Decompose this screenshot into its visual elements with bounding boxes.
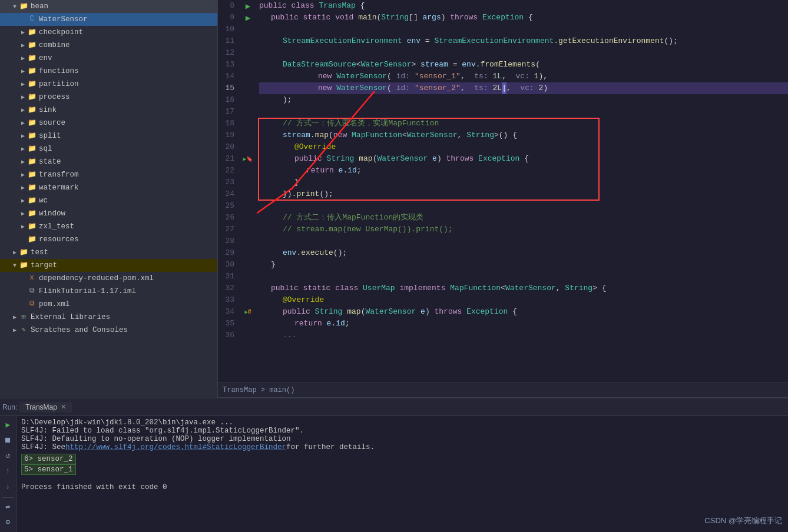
console-tab-transmap[interactable]: TransMap ✕ bbox=[19, 402, 72, 413]
tree-arrow-split: ▶ bbox=[19, 132, 27, 139]
gutter-17 bbox=[239, 106, 257, 118]
console-line-6: 5> sensor_1 bbox=[21, 464, 783, 475]
ln-8: 8 bbox=[218, 0, 234, 12]
output-sensor1: 5> sensor_1 bbox=[21, 464, 76, 475]
tree-arrow-scratches: ▶ bbox=[11, 327, 19, 334]
sidebar-label-sql: sql bbox=[39, 145, 52, 153]
console-btn-scroll-up[interactable]: ↑ bbox=[2, 464, 15, 477]
code-line-32: public static class UserMap implements M… bbox=[259, 282, 788, 294]
console-btn-wrap[interactable]: ⇌ bbox=[2, 500, 15, 513]
console-btn-settings[interactable]: ⚙ bbox=[2, 516, 15, 528]
folder-icon-functions: 📁 bbox=[27, 66, 37, 76]
sidebar-item-combine[interactable]: ▶ 📁 combine bbox=[0, 39, 217, 52]
sidebar-item-process[interactable]: ▶ 📁 process bbox=[0, 91, 217, 104]
sidebar-item-sql[interactable]: ▶ 📁 sql bbox=[0, 142, 217, 155]
code-line-33: @Override bbox=[259, 294, 788, 306]
tree-arrow-bean: ▼ bbox=[11, 4, 19, 10]
code-line-29: env.execute(); bbox=[259, 247, 788, 259]
sidebar-item-state[interactable]: ▶ 📁 state bbox=[0, 155, 217, 168]
line-num-gutter: 8 9 10 11 12 13 14 15 16 17 18 19 20 21 … bbox=[218, 0, 257, 383]
sidebar-item-env[interactable]: ▶ 📁 env bbox=[0, 52, 217, 65]
console-btn-scroll-down[interactable]: ↓ bbox=[2, 480, 15, 493]
console-tab-bar: Run: TransMap ✕ bbox=[0, 398, 788, 416]
ln-29: 29 bbox=[218, 247, 234, 259]
folder-icon-test: 📁 bbox=[19, 248, 28, 257]
sidebar-item-wc[interactable]: ▶ 📁 wc bbox=[0, 194, 217, 207]
tree-arrow-process: ▶ bbox=[19, 94, 27, 101]
sidebar-label-combine: combine bbox=[39, 41, 70, 49]
folder-icon-window: 📁 bbox=[27, 209, 37, 218]
sidebar-item-bean[interactable]: ▼ 📁 bean bbox=[0, 0, 217, 13]
console-line-7 bbox=[21, 475, 783, 483]
sidebar-item-test[interactable]: ▶ 📁 test bbox=[0, 246, 217, 259]
code-line-9: public static void main(String[] args) t… bbox=[259, 12, 788, 24]
sidebar-item-dep-pom[interactable]: x dependency-reduced-pom.xml bbox=[0, 272, 217, 285]
sidebar-item-target[interactable]: ▼ 📁 target bbox=[0, 259, 217, 272]
sidebar-item-checkpoint[interactable]: ▶ 📁 checkpoint bbox=[0, 26, 217, 39]
code-line-34: public String map(WaterSensor e) throws … bbox=[259, 306, 788, 318]
tree-arrow-partition: ▶ bbox=[19, 81, 27, 88]
sidebar-label-split: split bbox=[39, 132, 61, 140]
console-btn-rerun[interactable]: ↺ bbox=[2, 449, 15, 462]
console-tab-close[interactable]: ✕ bbox=[61, 403, 66, 411]
console-run-label: Run: bbox=[2, 403, 17, 411]
code-line-22: return e.id; bbox=[259, 165, 788, 177]
sidebar-item-transfrom[interactable]: ▶ 📁 transfrom bbox=[0, 168, 217, 181]
folder-icon-partition: 📁 bbox=[27, 79, 37, 89]
console-line-3: SLF4J: Defaulting to no-operation (NOP) … bbox=[21, 435, 783, 443]
console-panel: Run: TransMap ✕ ▶ ⏹ ↺ ↑ ↓ ⇌ ⚙ D:\Develop… bbox=[0, 398, 788, 532]
code-line-13: DataStreamSource<WaterSensor> stream = e… bbox=[259, 59, 788, 71]
sidebar-item-sink[interactable]: ▶ 📁 sink bbox=[0, 104, 217, 117]
sidebar-item-zxl-test[interactable]: ▶ 📁 zxl_test bbox=[0, 220, 217, 233]
sidebar-item-pom[interactable]: ⧉ pom.xml bbox=[0, 298, 217, 311]
sidebar-item-ext-libs[interactable]: ▶ ⊞ External Libraries bbox=[0, 311, 217, 324]
gutter-14 bbox=[239, 71, 257, 82]
code-line-23: } bbox=[259, 177, 788, 188]
sidebar-label-iml: FlinkTutorial-1.17.iml bbox=[39, 287, 136, 295]
gutter-24 bbox=[239, 188, 257, 200]
sidebar-item-split[interactable]: ▶ 📁 split bbox=[0, 129, 217, 142]
console-body: ▶ ⏹ ↺ ↑ ↓ ⇌ ⚙ D:\Develop\jdk-win\jdk1.8.… bbox=[0, 416, 788, 532]
sidebar-item-resources[interactable]: 📁 resources bbox=[0, 233, 217, 246]
sidebar-item-watermark[interactable]: ▶ 📁 watermark bbox=[0, 181, 217, 194]
gutter-26 bbox=[239, 212, 257, 224]
console-line-2: SLF4J: Failed to load class "org.slf4j.i… bbox=[21, 427, 783, 435]
tree-arrow-target: ▼ bbox=[11, 262, 19, 269]
tree-arrow-sink: ▶ bbox=[19, 107, 27, 114]
console-btn-stop[interactable]: ⏹ bbox=[2, 434, 15, 447]
sidebar-label-state: state bbox=[39, 158, 61, 166]
code-line-24: }).print(); bbox=[259, 188, 788, 200]
code-line-10 bbox=[259, 24, 788, 35]
ln-30: 30 bbox=[218, 259, 234, 271]
ln-26: 26 bbox=[218, 212, 234, 224]
code-line-18: // 方式一：传入匿名类，实现MapFunction bbox=[259, 118, 788, 129]
tree-arrow-wc: ▶ bbox=[19, 197, 27, 204]
sidebar-item-flink-iml[interactable]: ⧉ FlinkTutorial-1.17.iml bbox=[0, 285, 217, 298]
gutter-28 bbox=[239, 235, 257, 247]
folder-icon-checkpoint: 📁 bbox=[27, 28, 37, 37]
code-line-15: new WaterSensor( id: "sensor_2", ts: 2L|… bbox=[259, 82, 788, 94]
sidebar-label-partition: partition bbox=[39, 80, 79, 88]
console-line-4: SLF4J: See http://www.slf4j.org/codes.ht… bbox=[21, 443, 783, 451]
sidebar-label-zxl: zxl_test bbox=[39, 222, 74, 231]
main-area: ▼ 📁 bean C WaterSensor ▶ 📁 checkpoint ▶ … bbox=[0, 0, 788, 398]
file-icon-pom: ⧉ bbox=[27, 300, 37, 309]
ln-25: 25 bbox=[218, 200, 234, 212]
sidebar-item-functions[interactable]: ▶ 📁 functions bbox=[0, 65, 217, 78]
console-btn-run[interactable]: ▶ bbox=[2, 418, 15, 431]
sidebar-item-partition[interactable]: ▶ 📁 partition bbox=[0, 78, 217, 91]
console-side-toolbar: ▶ ⏹ ↺ ↑ ↓ ⇌ ⚙ bbox=[0, 416, 16, 532]
sidebar-label-dep-pom: dependency-reduced-pom.xml bbox=[39, 274, 154, 282]
sidebar-item-window[interactable]: ▶ 📁 window bbox=[0, 207, 217, 220]
slf4j-link[interactable]: http://www.slf4j.org/codes.html#StaticLo… bbox=[65, 443, 286, 451]
sidebar-label-watersensor: WaterSensor bbox=[39, 15, 88, 24]
sidebar-item-source[interactable]: ▶ 📁 source bbox=[0, 117, 217, 129]
sidebar-item-scratches[interactable]: ▶ ✎ Scratches and Consoles bbox=[0, 324, 217, 337]
folder-icon-sink: 📁 bbox=[27, 105, 37, 115]
sidebar-item-watersensor[interactable]: C WaterSensor bbox=[0, 13, 217, 26]
sidebar-label-wc: wc bbox=[39, 197, 48, 205]
run-icon-9[interactable]: ▶ bbox=[246, 13, 250, 23]
code-lines[interactable]: public class TransMap { public static vo… bbox=[257, 0, 788, 383]
run-icon-8[interactable]: ▶ bbox=[246, 1, 250, 11]
code-line-16: ); bbox=[259, 94, 788, 106]
